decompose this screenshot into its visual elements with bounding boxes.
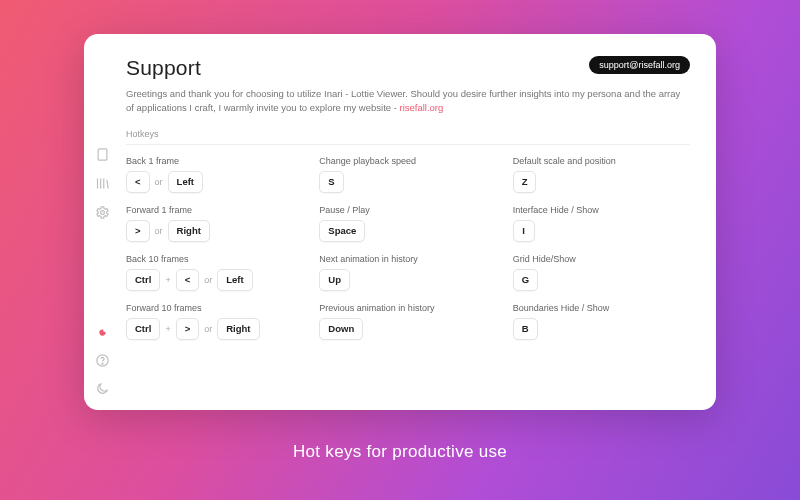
- key-sep: +: [165, 324, 170, 334]
- support-email-pill[interactable]: support@risefall.org: [589, 56, 690, 74]
- hotkey-forward-10-frames: Forward 10 frames Ctrl + > or Right: [126, 303, 303, 340]
- hotkey-label: Grid Hide/Show: [513, 254, 690, 264]
- key: Left: [217, 269, 252, 291]
- hotkey-label: Previous animation in history: [319, 303, 496, 313]
- hotkey-label: Interface Hide / Show: [513, 205, 690, 215]
- key: Right: [217, 318, 259, 340]
- page-title: Support: [126, 56, 201, 80]
- key: I: [513, 220, 535, 242]
- hotkey-label: Pause / Play: [319, 205, 496, 215]
- key: Up: [319, 269, 350, 291]
- key: <: [126, 171, 150, 193]
- key: B: [513, 318, 538, 340]
- hotkeys-grid: Back 1 frame < or Left Change playback s…: [126, 156, 690, 340]
- sidebar: [84, 34, 120, 410]
- key-sep: or: [155, 226, 163, 236]
- hotkey-label: Change playback speed: [319, 156, 496, 166]
- support-panel: Support support@risefall.org Greetings a…: [84, 34, 716, 410]
- hotkey-forward-1-frame: Forward 1 frame > or Right: [126, 205, 303, 242]
- document-icon[interactable]: [94, 146, 110, 162]
- hotkey-label: Back 1 frame: [126, 156, 303, 166]
- hotkey-label: Boundaries Hide / Show: [513, 303, 690, 313]
- tagline: Hot keys for productive use: [293, 442, 507, 462]
- key: >: [126, 220, 150, 242]
- hotkey-label: Default scale and position: [513, 156, 690, 166]
- key-sep: or: [155, 177, 163, 187]
- svg-point-5: [102, 363, 103, 364]
- key: Ctrl: [126, 318, 160, 340]
- hotkey-prev-history: Previous animation in history Down: [319, 303, 496, 340]
- hotkeys-section-label: Hotkeys: [126, 129, 690, 145]
- hotkey-boundaries-hide: Boundaries Hide / Show B: [513, 303, 690, 340]
- theme-icon[interactable]: [94, 380, 110, 396]
- support-icon[interactable]: [94, 324, 110, 340]
- hotkey-label: Forward 1 frame: [126, 205, 303, 215]
- hotkey-back-1-frame: Back 1 frame < or Left: [126, 156, 303, 193]
- key: Right: [168, 220, 210, 242]
- key: Down: [319, 318, 363, 340]
- key-sep: or: [204, 275, 212, 285]
- hotkey-next-history: Next animation in history Up: [319, 254, 496, 291]
- svg-point-1: [100, 210, 104, 214]
- lead-text: Greetings and thank you for choosing to …: [126, 87, 686, 115]
- key: Left: [168, 171, 203, 193]
- svg-rect-0: [98, 148, 107, 159]
- key: <: [176, 269, 200, 291]
- hotkey-interface-hide: Interface Hide / Show I: [513, 205, 690, 242]
- svg-point-3: [103, 328, 107, 332]
- hotkey-label: Back 10 frames: [126, 254, 303, 264]
- key: Ctrl: [126, 269, 160, 291]
- hotkey-change-speed: Change playback speed S: [319, 156, 496, 193]
- key: S: [319, 171, 343, 193]
- hotkey-grid-hide: Grid Hide/Show G: [513, 254, 690, 291]
- hotkey-back-10-frames: Back 10 frames Ctrl + < or Left: [126, 254, 303, 291]
- key: Z: [513, 171, 537, 193]
- hotkey-label: Forward 10 frames: [126, 303, 303, 313]
- key: Space: [319, 220, 365, 242]
- help-icon[interactable]: [94, 352, 110, 368]
- library-icon[interactable]: [94, 175, 110, 191]
- hotkey-default-scale: Default scale and position Z: [513, 156, 690, 193]
- settings-icon[interactable]: [94, 204, 110, 220]
- hotkey-label: Next animation in history: [319, 254, 496, 264]
- website-link[interactable]: risefall.org: [400, 102, 444, 113]
- key-sep: +: [165, 275, 170, 285]
- key: >: [176, 318, 200, 340]
- key: G: [513, 269, 538, 291]
- hotkey-pause-play: Pause / Play Space: [319, 205, 496, 242]
- key-sep: or: [204, 324, 212, 334]
- main-content: Support support@risefall.org Greetings a…: [120, 34, 716, 410]
